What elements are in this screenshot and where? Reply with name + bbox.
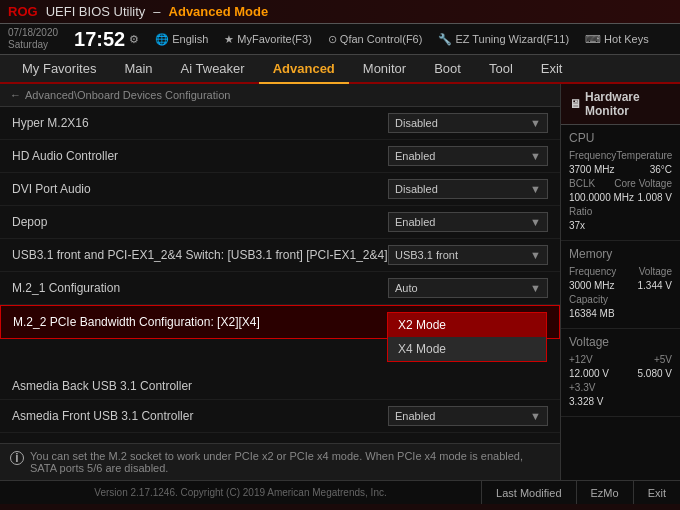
setting-value-asmedia-front[interactable]: Enabled ▼ xyxy=(388,406,548,426)
fan-icon: ⊙ xyxy=(328,33,337,46)
nav-exit[interactable]: Exit xyxy=(527,55,577,84)
cpu-ratio-value: 37x xyxy=(569,220,585,231)
voltage-section: Voltage +12V +5V 12.000 V 5.080 V +3.3V … xyxy=(561,329,680,417)
ez-mode-btn[interactable]: EzMo xyxy=(576,481,633,504)
memory-section-title: Memory xyxy=(569,247,672,261)
cpu-bclk-value: 100.0000 MHz xyxy=(569,192,634,203)
ez-tuning-item[interactable]: 🔧 EZ Tuning Wizard(F11) xyxy=(438,33,569,46)
setting-label-asmedia-back: Asmedia Back USB 3.1 Controller xyxy=(12,379,388,393)
cpu-freq-value: 3700 MHz xyxy=(569,164,615,175)
mode-badge: Advanced Mode xyxy=(169,4,269,19)
nav-monitor[interactable]: Monitor xyxy=(349,55,420,84)
nav-advanced[interactable]: Advanced xyxy=(259,55,349,84)
chevron-down-icon: ▼ xyxy=(530,249,541,261)
keyboard-icon: ⌨ xyxy=(585,33,601,46)
breadcrumb-arrow[interactable]: ← xyxy=(10,89,21,101)
setting-hyper-m2x16: Hyper M.2X16 Disabled ▼ xyxy=(0,107,560,140)
setting-value-usb31-switch[interactable]: USB3.1 front ▼ xyxy=(388,245,548,265)
footer-left: Version 2.17.1246. Copyright (C) 2019 Am… xyxy=(0,481,481,504)
setting-value-hd-audio[interactable]: Enabled ▼ xyxy=(388,146,548,166)
cpu-temp-label: Temperature xyxy=(616,150,672,161)
setting-value-depop[interactable]: Enabled ▼ xyxy=(388,212,548,232)
breadcrumb-path: Advanced\Onboard Devices Configuration xyxy=(25,89,230,101)
cpu-ratio-value-row: 37x xyxy=(569,220,672,231)
exit-btn[interactable]: Exit xyxy=(633,481,680,504)
chevron-down-icon: ▼ xyxy=(530,282,541,294)
cpu-section-title: CPU xyxy=(569,131,672,145)
nav-tool[interactable]: Tool xyxy=(475,55,527,84)
volt-5-label: +5V xyxy=(654,354,672,365)
nav-boot[interactable]: Boot xyxy=(420,55,475,84)
info-text: You can set the M.2 socket to work under… xyxy=(30,450,550,474)
left-panel: ← Advanced\Onboard Devices Configuration… xyxy=(0,84,560,480)
info-bar: i You can set the M.2 socket to work und… xyxy=(0,443,560,480)
status-bar: 07/18/2020 Saturday 17:52 ⚙ 🌐 English ★ … xyxy=(0,24,680,55)
time-display: 17:52 xyxy=(74,29,125,49)
setting-hd-audio: HD Audio Controller Enabled ▼ xyxy=(0,140,560,173)
cpu-freq-temp-values: 3700 MHz 36°C xyxy=(569,164,672,175)
globe-icon: 🌐 xyxy=(155,33,169,46)
setting-value-m21-config[interactable]: Auto ▼ xyxy=(388,278,548,298)
wrench-icon: 🔧 xyxy=(438,33,452,46)
qfan-item[interactable]: ⊙ Qfan Control(F6) xyxy=(328,33,423,46)
cpu-cv-value: 1.008 V xyxy=(638,192,672,203)
volt-12-5-labels: +12V +5V xyxy=(569,354,672,365)
mem-freq-volt-values: 3000 MHz 1.344 V xyxy=(569,280,672,291)
hot-keys-item[interactable]: ⌨ Hot Keys xyxy=(585,33,649,46)
setting-label-dvi-audio: DVI Port Audio xyxy=(12,182,388,196)
setting-value-dvi-audio[interactable]: Disabled ▼ xyxy=(388,179,548,199)
volt-5-value: 5.080 V xyxy=(638,368,672,379)
memory-section: Memory Frequency Voltage 3000 MHz 1.344 … xyxy=(561,241,680,329)
my-favorite-label: MyFavorite(F3) xyxy=(237,33,312,45)
volt-12-label: +12V xyxy=(569,354,593,365)
bios-title: UEFI BIOS Utility xyxy=(46,4,146,19)
star-icon: ★ xyxy=(224,33,234,46)
cpu-ratio-label: Ratio xyxy=(569,206,592,217)
volt-12-value: 12.000 V xyxy=(569,368,609,379)
mem-cap-value: 16384 MB xyxy=(569,308,615,319)
voltage-section-title: Voltage xyxy=(569,335,672,349)
my-favorite-item[interactable]: ★ MyFavorite(F3) xyxy=(224,33,312,46)
footer: Version 2.17.1246. Copyright (C) 2019 Am… xyxy=(0,480,680,504)
cpu-temp-value: 36°C xyxy=(650,164,672,175)
language-item[interactable]: 🌐 English xyxy=(155,33,208,46)
cpu-bclk-label: BCLK xyxy=(569,178,595,189)
nav-main[interactable]: Main xyxy=(110,55,166,84)
gear-icon[interactable]: ⚙ xyxy=(129,33,139,46)
chevron-down-icon: ▼ xyxy=(530,216,541,228)
setting-label-asmedia-front: Asmedia Front USB 3.1 Controller xyxy=(12,409,388,423)
nav-bar: My Favorites Main Ai Tweaker Advanced Mo… xyxy=(0,55,680,84)
hardware-monitor-panel: 🖥 Hardware Monitor CPU Frequency Tempera… xyxy=(560,84,680,480)
nav-ai-tweaker[interactable]: Ai Tweaker xyxy=(167,55,259,84)
m22-pcie-dropdown: X2 Mode X4 Mode xyxy=(387,312,547,362)
setting-value-hyper-m2x16[interactable]: Disabled ▼ xyxy=(388,113,548,133)
mem-volt-label: Voltage xyxy=(639,266,672,277)
settings-list: Hyper M.2X16 Disabled ▼ HD Audio Control… xyxy=(0,107,560,443)
dropdown-option-x4[interactable]: X4 Mode xyxy=(388,337,546,361)
hot-keys-label: Hot Keys xyxy=(604,33,649,45)
mem-freq-volt-labels: Frequency Voltage xyxy=(569,266,672,277)
cpu-freq-label: Frequency xyxy=(569,150,616,161)
volt-33-value-row: 3.328 V xyxy=(569,396,672,407)
day-display: Saturday xyxy=(8,39,58,51)
main-area: ← Advanced\Onboard Devices Configuration… xyxy=(0,84,680,480)
title-separator: – xyxy=(153,4,160,19)
cpu-freq-temp-labels: Frequency Temperature xyxy=(569,150,672,161)
setting-depop: Depop Enabled ▼ xyxy=(0,206,560,239)
mem-freq-value: 3000 MHz xyxy=(569,280,615,291)
nav-my-favorites[interactable]: My Favorites xyxy=(8,55,110,84)
setting-usb31-switch: USB3.1 front and PCI-EX1_2&4 Switch: [US… xyxy=(0,239,560,272)
datetime: 07/18/2020 Saturday xyxy=(8,27,58,51)
chevron-down-icon: ▼ xyxy=(530,150,541,162)
setting-label-depop: Depop xyxy=(12,215,388,229)
setting-label-m22-pcie: M.2_2 PCIe Bandwidth Configuration: [X2]… xyxy=(13,315,387,329)
volt-33-value: 3.328 V xyxy=(569,396,603,407)
setting-dvi-audio: DVI Port Audio Disabled ▼ xyxy=(0,173,560,206)
chevron-down-icon: ▼ xyxy=(530,117,541,129)
volt-12-5-values: 12.000 V 5.080 V xyxy=(569,368,672,379)
setting-label-hd-audio: HD Audio Controller xyxy=(12,149,388,163)
last-modified-btn[interactable]: Last Modified xyxy=(481,481,575,504)
language-label: English xyxy=(172,33,208,45)
cpu-cv-label: Core Voltage xyxy=(614,178,672,189)
dropdown-option-x2[interactable]: X2 Mode xyxy=(388,313,546,337)
